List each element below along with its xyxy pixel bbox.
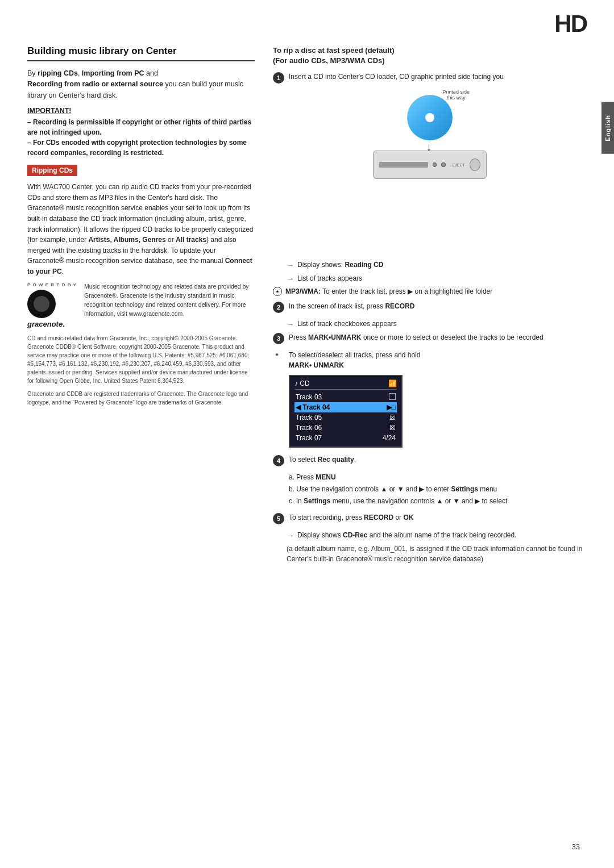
step-3-number: 3	[273, 333, 284, 344]
step-3-text: Press MARK•UNMARK once or more to select…	[289, 332, 587, 343]
powered-by-label: P O W E R E D B Y	[27, 282, 78, 287]
arrow-1a: → Display shows: Reading CD	[273, 260, 587, 271]
track-display-box: ♪ CD 📶 Track 03 ◀ Track 04 ▶□ Track 05 ☒	[289, 375, 403, 448]
track-07-count: 4/24	[383, 434, 396, 442]
page-title: Building music library on Center	[27, 45, 255, 61]
step-1-number: 1	[273, 72, 284, 84]
step-4-text: To select Rec quality,	[289, 454, 587, 465]
step-3-sub-text: To select/deselect all tracks, press and…	[289, 350, 420, 370]
track-row-03: Track 03	[294, 392, 397, 402]
track-display-music-note: ♪ CD	[294, 379, 310, 387]
language-tab: English	[601, 102, 614, 154]
track-04-nav: ▶□	[387, 403, 396, 411]
gracenote-logo-area: P O W E R E D B Y gracenote.	[27, 282, 78, 328]
page-number: 33	[572, 842, 580, 851]
rec-quality-b: b. Use the navigation controls ▲ or ▼ an…	[289, 484, 587, 495]
step-4: 4 To select Rec quality,	[273, 454, 587, 466]
gracenote-circle-icon	[27, 290, 56, 318]
ripping-body-text: With WAC700 Center, you can rip audio CD…	[27, 182, 255, 277]
right-column: To rip a disc at fast speed (default) (F…	[273, 45, 587, 564]
mp3wma-note: ● MP3/WMA: To enter the track list, pres…	[273, 286, 587, 297]
bullet-dot: ●	[275, 351, 284, 357]
step-1: 1 Insert a CD into Center's CD loader, C…	[273, 72, 587, 84]
arrow-icon-5a: →	[287, 530, 294, 541]
mp3wma-text: MP3/WMA: To enter the track list, press …	[285, 286, 492, 297]
rec-quality-substeps: a. Press MENU b. Use the navigation cont…	[273, 472, 587, 507]
important-title: IMPORTANT!	[27, 107, 255, 115]
arrow-1b: → List of tracks appears	[273, 273, 587, 285]
track-07-label: Track 07	[296, 434, 322, 442]
track-row-05: Track 05 ☒	[294, 412, 397, 423]
arrow-1a-text: Display shows: Reading CD	[297, 260, 383, 270]
intro-paragraph: By ripping CDs, Importing from PC and Re…	[27, 68, 255, 101]
important-section: IMPORTANT! – Recording is permissible if…	[27, 107, 255, 158]
trademark-text: Gracenote and CDDB are registered tradem…	[27, 390, 255, 407]
eject-dial	[470, 158, 480, 171]
right-section-title: To rip a disc at fast speed (default) (F…	[273, 45, 587, 66]
cd-hole	[425, 113, 434, 122]
arrow-5a: → Display shows CD-Rec and the album nam…	[273, 530, 587, 541]
track-display-signal: 📶	[388, 379, 397, 387]
track-05-label: Track 05	[296, 414, 322, 422]
track-display-header: ♪ CD 📶	[294, 379, 397, 390]
arrow-icon-2: →	[287, 319, 294, 330]
cd-disc	[407, 95, 453, 140]
step-5-number: 5	[273, 513, 284, 524]
important-point1: – Recording is permissible if copyright …	[27, 117, 255, 137]
step-1-text: Insert a CD into Center's CD loader, CD …	[289, 72, 587, 82]
recording-bold: Recording from radio or external source	[27, 80, 163, 88]
step-3: 3 Press MARK•UNMARK once or more to sele…	[273, 332, 587, 344]
important-point2: – For CDs encoded with copyright protect…	[27, 137, 255, 158]
arrow-icon-1a: →	[287, 260, 294, 271]
track-row-07: Track 07 4/24	[294, 433, 397, 443]
step-3-sub: ● To select/deselect all tracks, press a…	[273, 350, 587, 370]
gracenote-section: P O W E R E D B Y gracenote. Music recog…	[27, 282, 255, 328]
cd-device-body: EJECT	[373, 151, 487, 179]
step-5: 5 To start recording, press RECORD or OK	[273, 512, 587, 524]
track-display-screen: ♪ CD 📶 Track 03 ◀ Track 04 ▶□ Track 05 ☒	[289, 375, 403, 448]
track-row-04: ◀ Track 04 ▶□	[294, 402, 397, 412]
step-2-text: In the screen of track list, press RECOR…	[289, 301, 587, 311]
gracenote-inner-circle	[34, 296, 49, 312]
ripping-cds-bold: ripping CDs	[38, 69, 78, 77]
left-column: Building music library on Center By ripp…	[27, 45, 255, 564]
device-button	[433, 162, 437, 167]
arrow-2: → List of track checkboxes appears	[273, 319, 587, 330]
track-03-label: Track 03	[296, 393, 322, 401]
eject-label: EJECT	[453, 163, 465, 167]
arrow-icon-1b: →	[287, 273, 294, 285]
arrow-5a-text: Display shows CD-Rec and the album name …	[297, 530, 517, 540]
step-2-number: 2	[273, 302, 284, 313]
hd-logo: HD	[554, 10, 587, 37]
track-04-label: ◀ Track 04	[296, 403, 330, 411]
step-2: 2 In the screen of track list, press REC…	[273, 301, 587, 313]
importing-bold: Importing from PC	[82, 69, 144, 77]
rec-quality-a: a. Press MENU	[289, 472, 587, 483]
track-03-checkbox	[389, 393, 396, 400]
track-06-label: Track 06	[296, 424, 322, 432]
cd-graphic: Printed sidethis way ↓ EJECT	[356, 89, 504, 157]
rec-quality-c: c. In Settings menu, use the navigation …	[289, 496, 587, 507]
gracenote-description: Music recognition technology and related…	[84, 282, 255, 318]
step-4-number: 4	[273, 455, 284, 466]
arrow-5b-text: (a default album name, e.g. Album_001, i…	[273, 544, 587, 564]
arrow-1b-text: List of tracks appears	[297, 273, 362, 283]
step-5-text: To start recording, press RECORD or OK	[289, 512, 587, 523]
printed-side-label: Printed sidethis way	[442, 89, 470, 101]
track-row-06: Track 06 ☒	[294, 423, 397, 433]
gracenote-name: gracenote.	[27, 320, 78, 328]
track-05-check: ☒	[389, 414, 396, 422]
arrow-2-text: List of track checkboxes appears	[297, 319, 397, 329]
mp3wma-bullet: ●	[273, 287, 282, 296]
cd-slot	[379, 162, 428, 168]
ripping-cds-header: Ripping CDs	[27, 165, 77, 176]
device-button2	[441, 162, 445, 167]
copyright-text: CD and music-related data from Gracenote…	[27, 334, 255, 385]
track-06-check: ☒	[389, 424, 396, 432]
